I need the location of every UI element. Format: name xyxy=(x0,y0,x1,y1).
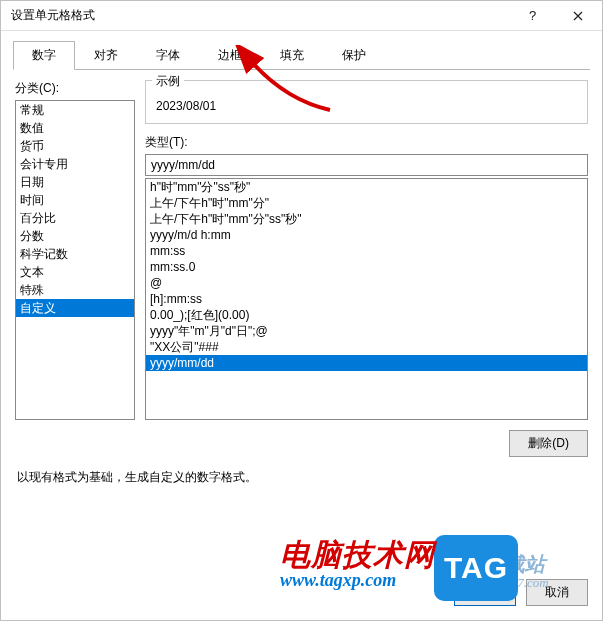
tab-protection[interactable]: 保护 xyxy=(323,41,385,70)
help-button[interactable]: ? xyxy=(510,2,555,30)
type-option[interactable]: 上午/下午h"时"mm"分" xyxy=(146,195,587,211)
sample-legend: 示例 xyxy=(152,73,184,90)
tab-content: 分类(C): 常规数值货币会计专用日期时间百分比分数科学记数文本特殊自定义 示例… xyxy=(1,70,602,567)
tab-alignment[interactable]: 对齐 xyxy=(75,41,137,70)
category-column: 分类(C): 常规数值货币会计专用日期时间百分比分数科学记数文本特殊自定义 xyxy=(15,80,135,420)
window-title: 设置单元格格式 xyxy=(11,7,510,24)
type-option[interactable]: mm:ss.0 xyxy=(146,259,587,275)
type-option[interactable]: mm:ss xyxy=(146,243,587,259)
details-column: 示例 2023/08/01 类型(T): h"时"mm"分"ss"秒"上午/下午… xyxy=(145,80,588,420)
type-option[interactable]: @ xyxy=(146,275,587,291)
type-option[interactable]: "XX公司"### xyxy=(146,339,587,355)
tab-fill[interactable]: 填充 xyxy=(261,41,323,70)
category-label: 分类(C): xyxy=(15,80,135,97)
cancel-button[interactable]: 取消 xyxy=(526,579,588,606)
type-input[interactable] xyxy=(145,154,588,176)
close-icon xyxy=(573,11,583,21)
category-item[interactable]: 科学记数 xyxy=(16,245,134,263)
type-listbox[interactable]: h"时"mm"分"ss"秒"上午/下午h"时"mm"分"上午/下午h"时"mm"… xyxy=(145,178,588,420)
type-option[interactable]: [h]:mm:ss xyxy=(146,291,587,307)
category-item[interactable]: 数值 xyxy=(16,119,134,137)
category-item[interactable]: 分数 xyxy=(16,227,134,245)
category-listbox[interactable]: 常规数值货币会计专用日期时间百分比分数科学记数文本特殊自定义 xyxy=(15,100,135,420)
type-option[interactable]: yyyy/m/d h:mm xyxy=(146,227,587,243)
delete-button[interactable]: 删除(D) xyxy=(509,430,588,457)
format-cells-dialog: 设置单元格格式 ? 数字 对齐 字体 边框 填充 保护 分类(C): 常规数值货… xyxy=(0,0,603,621)
type-option[interactable]: 0.00_);[红色](0.00) xyxy=(146,307,587,323)
tab-border[interactable]: 边框 xyxy=(199,41,261,70)
category-item[interactable]: 货币 xyxy=(16,137,134,155)
tab-strip: 数字 对齐 字体 边框 填充 保护 xyxy=(1,31,602,70)
category-item[interactable]: 日期 xyxy=(16,173,134,191)
type-option[interactable]: h"时"mm"分"ss"秒" xyxy=(146,179,587,195)
category-item[interactable]: 时间 xyxy=(16,191,134,209)
close-button[interactable] xyxy=(555,2,600,30)
type-option[interactable]: 上午/下午h"时"mm"分"ss"秒" xyxy=(146,211,587,227)
sample-value: 2023/08/01 xyxy=(156,99,577,113)
category-item[interactable]: 自定义 xyxy=(16,299,134,317)
tab-font[interactable]: 字体 xyxy=(137,41,199,70)
type-option[interactable]: yyyy"年"m"月"d"日";@ xyxy=(146,323,587,339)
hint-text: 以现有格式为基础，生成自定义的数字格式。 xyxy=(15,463,588,486)
category-item[interactable]: 百分比 xyxy=(16,209,134,227)
type-option[interactable]: yyyy/mm/dd xyxy=(146,355,587,371)
category-item[interactable]: 会计专用 xyxy=(16,155,134,173)
titlebar: 设置单元格格式 ? xyxy=(1,1,602,31)
tab-underline xyxy=(13,69,590,70)
category-item[interactable]: 文本 xyxy=(16,263,134,281)
tab-number[interactable]: 数字 xyxy=(13,41,75,70)
category-item[interactable]: 常规 xyxy=(16,101,134,119)
main-row: 分类(C): 常规数值货币会计专用日期时间百分比分数科学记数文本特殊自定义 示例… xyxy=(15,80,588,420)
category-item[interactable]: 特殊 xyxy=(16,281,134,299)
sample-group: 示例 2023/08/01 xyxy=(145,80,588,124)
delete-row: 删除(D) xyxy=(15,420,588,463)
type-label: 类型(T): xyxy=(145,134,588,151)
tag-badge: TAG xyxy=(434,535,518,601)
